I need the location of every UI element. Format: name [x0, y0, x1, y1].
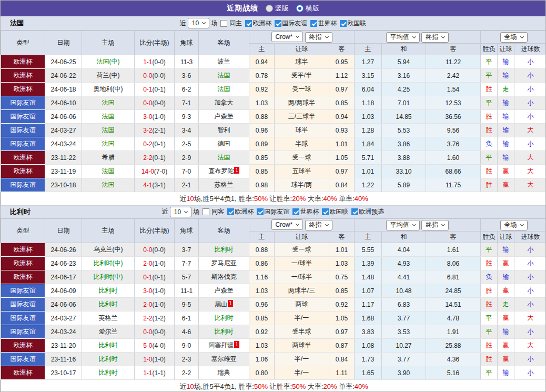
- avg-draw: 7.01: [382, 96, 426, 110]
- competition-checkbox-1-3[interactable]: 欧国联: [322, 207, 348, 216]
- odds-home: 1.03: [249, 284, 275, 298]
- competition-type: 欧洲杯: [1, 151, 45, 165]
- result-wdl: 负: [481, 137, 498, 151]
- avg-home: 5.71: [355, 151, 382, 165]
- layout-radio-vertical[interactable]: 竖版: [266, 4, 289, 13]
- result-goals: 小: [514, 298, 546, 311]
- handicap: 半/一: [275, 311, 329, 325]
- same-venue-checkbox-0[interactable]: 同主: [220, 19, 242, 28]
- competition-checkbox-1-2[interactable]: 世界杯: [292, 207, 319, 216]
- layout-radio-horizontal[interactable]: 横版: [296, 4, 319, 13]
- col-goals: 进球数: [514, 44, 546, 55]
- result-handicap: 输: [498, 55, 514, 69]
- score: 0-1(0-1): [135, 270, 175, 284]
- competition-checkbox-0-3[interactable]: 欧国联: [340, 19, 366, 28]
- col-date: 日期: [45, 219, 82, 243]
- match-row: 国际友谊24-06-06比利时2-0(1-0)9-5黑山10.96两球0.921…: [1, 298, 546, 311]
- match-date: 23-11-16: [45, 353, 82, 366]
- home-team: 英格兰: [82, 311, 135, 325]
- avg-stage-select-1[interactable]: 终指: [421, 220, 449, 230]
- competition-checkbox-1-4[interactable]: 欧洲预选: [351, 207, 384, 216]
- checkbox-checked-icon: [310, 20, 317, 27]
- handicap: 球半: [275, 55, 329, 69]
- avg-draw: 3.77: [382, 311, 426, 325]
- match-row: 欧洲杯24-06-25法国(中)1-1(0-0)11-3波兰0.94球半0.95…: [1, 55, 546, 69]
- odds-away: 0.95: [329, 55, 355, 69]
- avg-draw: 3.53: [382, 325, 426, 339]
- games-count-select-1[interactable]: 10: [170, 207, 191, 217]
- away-team: 法国: [199, 69, 249, 83]
- home-team: 比利时(中): [82, 257, 135, 270]
- odds-away: 0.85: [329, 96, 355, 110]
- home-team: 比利时: [82, 284, 135, 298]
- result-wdl: 平: [481, 366, 498, 380]
- odds-stage-select-0[interactable]: 终指: [305, 32, 332, 43]
- corners: 11-3: [175, 55, 199, 69]
- match-date: 23-10-17: [45, 366, 82, 380]
- avg-away: 24.85: [426, 284, 481, 298]
- away-team: 瑞典: [199, 366, 249, 380]
- odds-away: 1.05: [329, 151, 355, 165]
- near-label: 近: [180, 19, 186, 28]
- avg-draw: 6.83: [382, 298, 426, 311]
- result-goals: 大: [514, 311, 546, 325]
- col-handicap-result: 让球: [498, 232, 514, 243]
- team-name: 比利时: [10, 207, 31, 217]
- result-handicap: 赢: [498, 311, 514, 325]
- home-team: 比利时: [82, 298, 135, 311]
- result-wdl: 胜: [481, 353, 498, 366]
- checkbox-unchecked-icon: [203, 208, 209, 215]
- competition-checkbox-0-1[interactable]: 国际友谊: [275, 19, 307, 28]
- result-wdl: 平: [481, 311, 498, 325]
- chevron-down-icon: [520, 34, 524, 38]
- same-venue-checkbox-1[interactable]: 同客: [203, 207, 224, 216]
- odds-stage-select-1[interactable]: 终指: [305, 220, 332, 230]
- score: 3-0(1-0): [135, 110, 175, 124]
- match-date: 24-06-06: [45, 298, 82, 311]
- match-row: 国际友谊24-03-27法国3-2(2-1)3-4智利0.96球半0.931.2…: [1, 124, 546, 137]
- odds-home: 1.03: [249, 96, 275, 110]
- match-date: 24-06-23: [45, 257, 82, 270]
- checkbox-unchecked-icon: [220, 20, 227, 27]
- competition-checkbox-0-0[interactable]: 欧洲杯: [245, 19, 271, 28]
- avg-away: 68.66: [426, 165, 481, 178]
- score: 0-1(0-1): [135, 83, 175, 96]
- match-date: 24-06-22: [45, 69, 82, 83]
- odds-home: 0.86: [249, 257, 275, 270]
- competition-type: 欧洲杯: [1, 270, 45, 284]
- avg-company-select-0[interactable]: 平均值: [386, 32, 420, 43]
- games-count-select-0[interactable]: 10: [188, 18, 209, 28]
- avg-stage-select-0[interactable]: 终指: [421, 32, 449, 43]
- avg-home: 3.83: [355, 325, 382, 339]
- odds-home: 0.85: [249, 311, 275, 325]
- odds-home: 0.88: [249, 243, 275, 257]
- corners: 2-5: [175, 137, 199, 151]
- chevron-down-icon: [520, 222, 524, 226]
- checkbox-checked-icon: [340, 20, 347, 27]
- scope-select-1[interactable]: 全场: [500, 220, 528, 230]
- competition-checkbox-0-2[interactable]: 世界杯: [310, 19, 337, 28]
- col-handicap: 让球: [275, 44, 329, 55]
- col-goals: 进球数: [514, 232, 546, 243]
- odds-home: 1.06: [249, 353, 275, 366]
- avg-draw: 33.10: [382, 165, 426, 178]
- result-goals: 大: [514, 165, 546, 178]
- away-team: 比利时: [199, 311, 249, 325]
- competition-type: 欧洲杯: [1, 243, 45, 257]
- avg-company-select-1[interactable]: 平均值: [386, 220, 420, 230]
- result-goals: 小: [514, 83, 546, 96]
- odds-company-select-1[interactable]: Crow*: [271, 219, 304, 230]
- away-team: 罗马尼亚: [199, 257, 249, 270]
- odds-home: 1.03: [249, 339, 275, 353]
- odds-company-select-0[interactable]: Crow*: [271, 32, 304, 42]
- result-wdl: 胜: [481, 298, 498, 311]
- match-row: 欧洲杯24-06-26乌克兰(中)0-0(0-0)3-7比利时0.88受一球1.…: [1, 243, 546, 257]
- match-date: 23-11-20: [45, 339, 82, 353]
- scope-select-0[interactable]: 全场: [500, 32, 528, 43]
- competition-checkbox-1-0[interactable]: 欧洲杯: [227, 207, 254, 216]
- competition-type: 欧洲杯: [1, 339, 45, 353]
- summary-row: 近10场,胜5平4负1, 胜率:50% 让胜率:20% 大率:40% 单率:40…: [1, 192, 546, 206]
- odds-company-select-0-value: Crow*: [276, 33, 293, 41]
- avg-away: 12.53: [426, 96, 481, 110]
- competition-checkbox-1-1[interactable]: 国际友谊: [257, 207, 289, 216]
